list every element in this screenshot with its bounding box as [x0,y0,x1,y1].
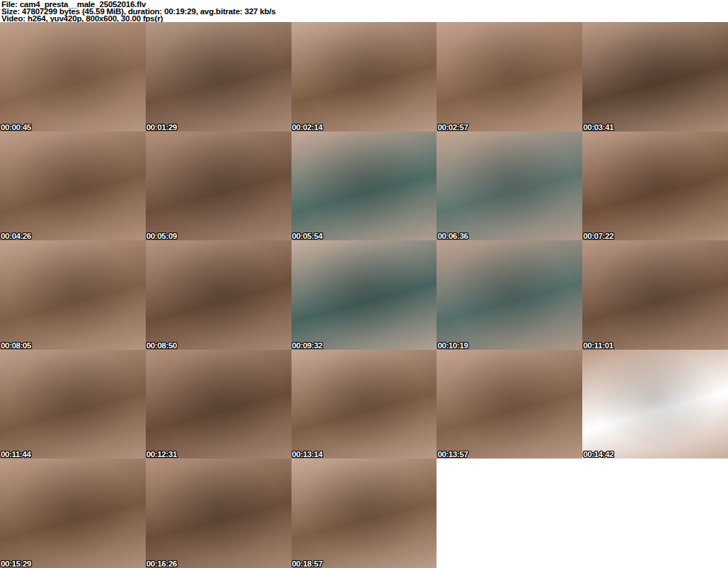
timestamp-overlay: 00:00:45 [1,123,31,132]
thumbnail-grid: 00:00:45 00:01:29 00:02:14 00:02:57 00:0… [0,22,728,568]
timestamp-overlay: 00:11:44 [1,450,31,459]
timestamp-overlay: 00:12:31 [146,450,177,459]
timestamp-overlay: 00:06:36 [437,232,468,240]
video-thumbnail: 00:08:05 [0,240,146,350]
video-thumbnail: 00:09:32 [291,240,437,350]
thumbnail-placeholder-image [437,132,582,241]
video-thumbnail: 00:05:54 [291,132,437,241]
thumbnail-placeholder-image [582,132,728,241]
thumbnail-placeholder-image [0,22,146,132]
timestamp-overlay: 00:11:01 [583,341,613,350]
thumbnail-placeholder-image [291,350,437,459]
timestamp-overlay: 00:01:29 [146,123,177,132]
thumbnail-placeholder-image [291,240,437,350]
thumbnail-placeholder-image [146,132,291,241]
video-thumbnail: 00:02:57 [437,22,582,132]
video-thumbnail: 00:10:19 [437,240,582,350]
thumbnail-placeholder-image [146,22,291,132]
thumbnail-placeholder-image [437,22,582,132]
thumbnail-placeholder-image [291,22,437,132]
video-thumbnail: 00:14:42 [582,350,728,459]
video-thumbnail: 00:16:26 [146,459,291,568]
timestamp-overlay: 00:13:57 [437,450,468,459]
video-thumbnail: 00:07:22 [582,132,728,241]
thumbnail-placeholder-image [0,350,146,459]
thumbnail-placeholder-image [291,459,437,568]
thumbnail-placeholder-image [582,240,728,350]
video-thumbnail: 00:18:57 [291,459,437,568]
video-thumbnail: 00:02:14 [291,22,437,132]
timestamp-overlay: 00:04:26 [1,232,31,240]
timestamp-overlay: 00:16:26 [146,559,177,568]
timestamp-overlay: 00:15:29 [1,559,31,568]
thumbnail-placeholder-image [291,132,437,241]
thumbnail-placeholder-image [582,350,728,459]
video-thumbnail: 00:00:45 [0,22,146,132]
video-thumbnail: 00:04:26 [0,132,146,241]
video-thumbnail: 00:15:29 [0,459,146,568]
video-thumbnail: 00:11:01 [582,240,728,350]
timestamp-overlay: 00:14:42 [583,450,614,459]
video-thumbnail: 00:08:50 [146,240,291,350]
media-info-header: File: cam4_presta__male_25052016.flv Siz… [0,0,728,22]
timestamp-overlay: 00:07:22 [583,232,614,240]
timestamp-overlay: 00:03:41 [583,123,614,132]
video-thumbnail: 00:05:09 [146,132,291,241]
video-thumbnail: 00:13:57 [437,350,582,459]
thumbnail-placeholder-image [0,132,146,241]
timestamp-overlay: 00:08:05 [1,341,31,350]
thumbnail-placeholder-image [0,240,146,350]
timestamp-overlay: 00:05:09 [146,232,177,240]
timestamp-overlay: 00:18:57 [292,559,323,568]
video-thumbnail: 00:11:44 [0,350,146,459]
video-thumbnail: 00:12:31 [146,350,291,459]
thumbnail-placeholder-image [146,350,291,459]
thumbnail-placeholder-image [437,350,582,459]
video-thumbnail: 00:13:14 [291,350,437,459]
timestamp-overlay: 00:09:32 [292,341,323,350]
timestamp-overlay: 00:05:54 [292,232,323,240]
timestamp-overlay: 00:02:14 [292,123,323,132]
timestamp-overlay: 00:08:50 [146,341,177,350]
video-thumbnail: 00:03:41 [582,22,728,132]
thumbnail-placeholder-image [146,240,291,350]
thumbnail-placeholder-image [437,240,582,350]
thumbnail-placeholder-image [146,459,291,568]
timestamp-overlay: 00:10:19 [437,341,468,350]
thumbnail-placeholder-image [582,22,728,132]
timestamp-overlay: 00:13:14 [292,450,323,459]
video-thumbnail: 00:01:29 [146,22,291,132]
timestamp-overlay: 00:02:57 [437,123,468,132]
thumbnail-placeholder-image [0,459,146,568]
video-thumbnail: 00:06:36 [437,132,582,241]
